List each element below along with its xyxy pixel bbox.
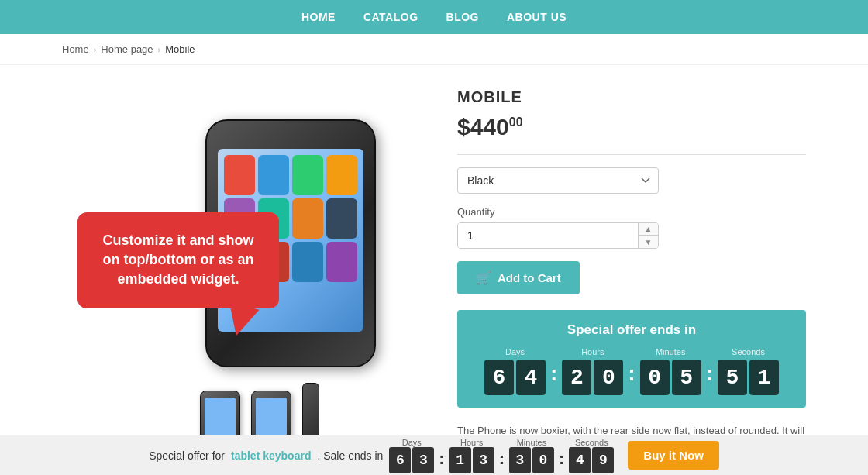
days-digit-1: 6 — [484, 360, 514, 395]
app-icon — [292, 198, 323, 239]
tooltip-text: Customize it and show on top/bottom or a… — [102, 232, 253, 287]
nav-item-blog[interactable]: BLOG — [446, 11, 479, 23]
app-icon — [326, 242, 357, 282]
quantity-down[interactable]: ▼ — [639, 236, 658, 248]
navigation: HOMECATALOGBLOGABOUT US — [0, 0, 868, 34]
bottom-bar-link[interactable]: tablet keyboard — [231, 449, 311, 462]
timer-days: Days 6 4 — [484, 347, 546, 395]
breadcrumb: Home › Home page › Mobile — [0, 34, 868, 65]
bottom-colon-2: : — [499, 449, 505, 469]
minutes-digit-2: 5 — [672, 360, 701, 395]
tooltip-bubble: Customize it and show on top/bottom or a… — [78, 212, 279, 308]
bottom-colon-1: : — [439, 449, 444, 469]
breadcrumb-home[interactable]: Home — [62, 43, 89, 55]
colon-1: : — [549, 361, 559, 386]
bottom-min-d2: 0 — [532, 447, 554, 473]
add-to-cart-label: Add to Cart — [498, 271, 561, 284]
app-icon — [292, 242, 323, 282]
colon-3: : — [704, 361, 715, 386]
product-details: MOBILE $44000 Black White Silver Quantit… — [457, 88, 806, 460]
bottom-hours: Hours 1 3 — [450, 438, 494, 473]
nav-item-catalog[interactable]: CATALOG — [363, 11, 418, 23]
app-icon — [292, 155, 323, 195]
minutes-label: Minutes — [656, 347, 686, 356]
minutes-digit-1: 0 — [640, 360, 670, 395]
quantity-input[interactable] — [458, 223, 638, 248]
timer-seconds: Seconds 5 1 — [718, 347, 779, 395]
days-label: Days — [505, 347, 525, 356]
breadcrumb-homepage[interactable]: Home page — [101, 43, 153, 55]
hours-digits: 2 0 — [562, 360, 623, 395]
timer-minutes: Minutes 0 5 — [640, 347, 701, 395]
quantity-label: Quantity — [457, 206, 806, 218]
bottom-minutes: Minutes 3 0 — [509, 438, 554, 473]
app-icon — [224, 155, 255, 195]
main-content: Customize it and show on top/bottom or a… — [0, 65, 868, 475]
seconds-digit-2: 1 — [749, 360, 779, 395]
color-select[interactable]: Black White Silver — [457, 167, 659, 194]
days-digit-2: 4 — [516, 360, 546, 395]
nav-item-about-us[interactable]: ABOUT US — [507, 11, 567, 23]
app-icon — [326, 155, 357, 195]
bottom-minutes-digits: 3 0 — [509, 447, 554, 473]
app-icon — [326, 198, 357, 239]
breadcrumb-current: Mobile — [165, 43, 195, 55]
bottom-sec-d2: 9 — [592, 447, 614, 473]
bottom-seconds-label: Seconds — [575, 438, 608, 447]
price-cents: 00 — [509, 115, 523, 129]
days-digits: 6 4 — [484, 360, 546, 395]
product-image-area: Customize it and show on top/bottom or a… — [62, 88, 411, 460]
add-to-cart-button[interactable]: 🛒 Add to Cart — [457, 261, 580, 294]
buy-now-button[interactable]: Buy it Now — [628, 441, 719, 470]
bottom-hours-digits: 1 3 — [450, 447, 494, 473]
timer-row: Days 6 4 : Hours 2 0 : — [473, 347, 790, 395]
seconds-digits: 5 1 — [718, 360, 779, 395]
cart-icon: 🛒 — [476, 270, 491, 285]
offer-title: Special offer ends in — [473, 322, 790, 338]
price-main: $440 — [457, 114, 509, 139]
colon-2: : — [626, 361, 636, 386]
buy-label: Buy it Now — [643, 449, 704, 462]
bottom-text-after: . Sale ends in — [317, 449, 383, 462]
quantity-up[interactable]: ▲ — [639, 223, 658, 236]
timer-hours: Hours 2 0 — [562, 347, 623, 395]
bottom-days-d2: 3 — [412, 447, 434, 473]
product-price: $44000 — [457, 114, 806, 140]
seconds-label: Seconds — [732, 347, 765, 356]
bottom-colon-3: : — [559, 449, 564, 469]
bottom-text-before: Special offer for — [149, 449, 225, 462]
bottom-days: Days 6 3 — [389, 438, 434, 473]
bottom-bar: Special offer for tablet keyboard . Sale… — [0, 435, 868, 475]
nav-item-home[interactable]: HOME — [301, 11, 336, 23]
product-divider — [457, 154, 806, 155]
breadcrumb-arrow-1: › — [94, 45, 97, 54]
bottom-sec-d1: 4 — [569, 447, 591, 473]
hours-digit-2: 0 — [594, 360, 623, 395]
bottom-hours-d1: 1 — [450, 447, 471, 473]
bottom-days-label: Days — [402, 438, 422, 447]
app-icon — [258, 155, 289, 195]
phone-screen-small — [256, 398, 287, 440]
bottom-days-d1: 6 — [389, 447, 411, 473]
offer-countdown-box: Special offer ends in Days 6 4 : Hours 2 — [457, 310, 806, 408]
bottom-hours-label: Hours — [460, 438, 483, 447]
bottom-min-d1: 3 — [509, 447, 531, 473]
product-title: MOBILE — [457, 88, 806, 106]
bottom-hours-d2: 3 — [473, 447, 494, 473]
minutes-digits: 0 5 — [640, 360, 701, 395]
phone-screen-small — [205, 398, 236, 440]
bottom-days-digits: 6 3 — [389, 447, 434, 473]
hours-digit-1: 2 — [562, 360, 591, 395]
seconds-digit-1: 5 — [718, 360, 747, 395]
quantity-input-wrapper: ▲ ▼ — [457, 222, 659, 249]
bottom-seconds-digits: 4 9 — [569, 447, 614, 473]
breadcrumb-arrow-2: › — [158, 45, 161, 54]
bottom-seconds: Seconds 4 9 — [569, 438, 614, 473]
bottom-minutes-label: Minutes — [517, 438, 547, 447]
quantity-spinner: ▲ ▼ — [638, 223, 658, 248]
bottom-timer: Days 6 3 : Hours 1 3 : Minutes 3 0 : — [389, 438, 614, 473]
hours-label: Hours — [581, 347, 604, 356]
